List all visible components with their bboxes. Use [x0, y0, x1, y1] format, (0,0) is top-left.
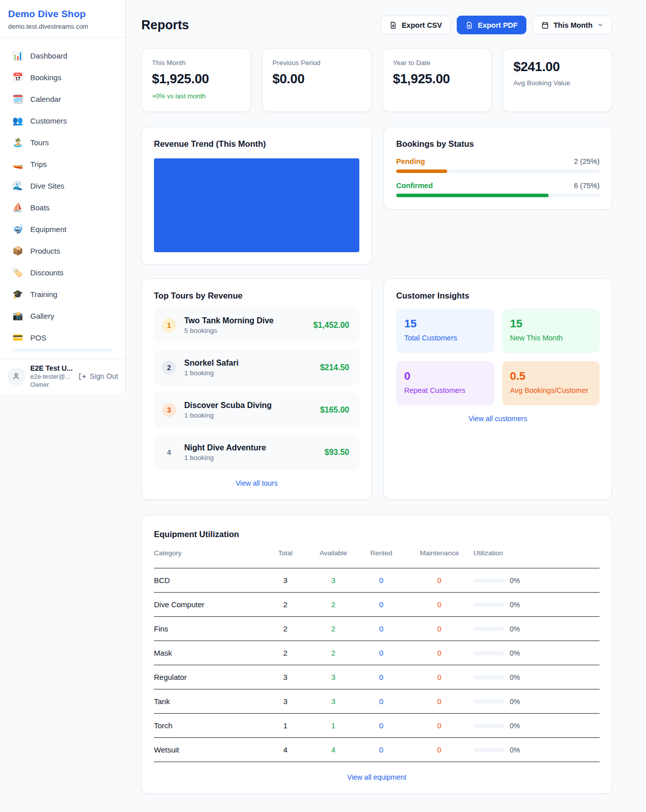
cell-category: BCD: [154, 576, 261, 585]
cell-category: Wetsuit: [154, 745, 261, 754]
cell-total: 2: [261, 649, 309, 657]
stat-card-this-month: This Month $1,925.00 +0% vs last month: [141, 48, 251, 112]
sidebar-item-pos[interactable]: 💳 POS: [6, 327, 119, 349]
cell-available: 2: [309, 624, 357, 633]
view-all-customers-link[interactable]: View all customers: [396, 415, 600, 423]
sidebar-item-bookings[interactable]: 📅 Bookings: [6, 67, 119, 88]
sidebar-item-dashboard[interactable]: 📊 Dashboard: [6, 45, 119, 67]
column-header-total: Total: [261, 549, 309, 557]
calendar-icon: 🗓️: [12, 94, 23, 104]
column-header-rented: Rented: [357, 549, 405, 557]
table-row: Tank 3 3 0 0 0%: [154, 689, 600, 714]
insight-value: 0.5: [510, 370, 592, 383]
tour-name: Two Tank Morning Dive: [184, 316, 305, 325]
stat-label: Year to Date: [393, 59, 481, 67]
export-pdf-button[interactable]: Export PDF: [457, 16, 526, 34]
equipment-utilization-title: Equipment Utilization: [154, 530, 600, 539]
rank-badge: 1: [162, 318, 176, 332]
cell-total: 3: [261, 673, 309, 681]
stat-cards-row: This Month $1,925.00 +0% vs last month P…: [141, 48, 612, 112]
sidebar-item-products[interactable]: 📦 Products: [6, 240, 119, 262]
cell-total: 2: [261, 624, 309, 633]
rank-badge: 3: [162, 403, 176, 417]
view-all-tours-link[interactable]: View all tours: [154, 479, 359, 487]
person-icon: [12, 372, 21, 381]
utilization-bar: [473, 651, 504, 655]
dive-sites-icon: 🌊: [12, 181, 23, 191]
table-row: Fins 2 2 0 0 0%: [154, 617, 600, 641]
sidebar-item-gallery[interactable]: 📸 Gallery: [6, 305, 119, 327]
discounts-icon: 🏷️: [12, 267, 23, 278]
insight-grid: 15 Total Customers 15 New This Month 0 R…: [396, 309, 600, 405]
sidebar-item-equipment[interactable]: 🤿 Equipment: [6, 218, 119, 240]
sidebar-item-label: Customers: [30, 117, 67, 125]
period-dropdown[interactable]: This Month: [532, 16, 612, 34]
cell-utilization: 0%: [473, 601, 600, 609]
boats-icon: ⛵: [12, 202, 23, 213]
page-header: Reports Export CSV Export PDF This Month: [141, 16, 612, 34]
tour-row: 4 Night Dive Adventure 1 booking $93.50: [154, 435, 359, 470]
sidebar-item-tours[interactable]: 🏝️ Tours: [6, 132, 119, 153]
tour-row: 2 Snorkel Safari 1 booking $214.50: [154, 350, 359, 385]
cell-available: 1: [309, 721, 357, 730]
shop-domain: demo.test.divestreams.com: [8, 23, 117, 30]
cell-available: 3: [309, 576, 357, 585]
utilization-bar: [473, 603, 504, 607]
sidebar-nav: 📊 Dashboard 📅 Bookings 🗓️ Calendar 👥 Cus…: [0, 38, 125, 359]
sidebar-item-discounts[interactable]: 🏷️ Discounts: [6, 262, 119, 283]
stat-value: $0.00: [273, 71, 361, 87]
sidebar-item-boats[interactable]: ⛵ Boats: [6, 197, 119, 218]
cell-category: Dive Computer: [154, 600, 261, 609]
cell-category: Tank: [154, 697, 261, 706]
stat-value: $1,925.00: [393, 71, 481, 87]
customer-insights-title: Customer Insights: [396, 291, 600, 301]
sign-out-button[interactable]: Sign Out: [78, 372, 118, 381]
status-row-confirmed: Confirmed 6 (75%): [396, 182, 600, 197]
cell-category: Torch: [154, 721, 261, 730]
cell-maintenance: 0: [405, 745, 473, 754]
utilization-percent: 0%: [510, 746, 520, 754]
tour-name: Discover Scuba Diving: [184, 401, 312, 410]
insight-tile-avg-bookings: 0.5 Avg Bookings/Customer: [502, 361, 600, 405]
utilization-bar: [473, 627, 504, 631]
top-tours-title: Top Tours by Revenue: [154, 291, 359, 301]
cell-rented: 0: [357, 745, 405, 754]
cell-rented: 0: [357, 721, 405, 730]
sidebar-item-trips[interactable]: 🚤 Trips: [6, 153, 119, 175]
view-all-equipment-link[interactable]: View all equipment: [154, 773, 600, 781]
insight-value: 15: [510, 317, 592, 330]
tour-revenue: $165.00: [320, 405, 349, 415]
sidebar-item-customers[interactable]: 👥 Customers: [6, 110, 119, 132]
sidebar-item-dive-sites[interactable]: 🌊 Dive Sites: [6, 175, 119, 197]
cell-total: 1: [261, 721, 309, 730]
cell-utilization: 0%: [473, 673, 600, 681]
progress-track: [396, 169, 600, 173]
cell-utilization: 0%: [473, 722, 600, 730]
table-row: Regulator 3 3 0 0 0%: [154, 665, 600, 689]
sidebar-item-partial-highlight[interactable]: [12, 349, 113, 352]
stat-label: This Month: [152, 59, 240, 67]
export-csv-button[interactable]: Export CSV: [381, 16, 451, 34]
cell-available: 4: [309, 745, 357, 754]
stat-label: Previous Period: [273, 59, 361, 67]
tour-row: 1 Two Tank Morning Dive 5 bookings $1,45…: [154, 308, 359, 343]
progress-fill-confirmed: [396, 194, 549, 197]
tour-revenue: $93.50: [325, 448, 349, 457]
page-title: Reports: [141, 18, 189, 32]
export-csv-label: Export CSV: [402, 21, 442, 29]
brand-block: Demo Dive Shop demo.test.divestreams.com: [0, 0, 125, 38]
cell-maintenance: 0: [405, 576, 473, 585]
revenue-trend-chart: [154, 158, 359, 252]
sidebar-item-label: Dashboard: [30, 51, 67, 60]
avatar: [7, 367, 25, 385]
lists-row: Top Tours by Revenue 1 Two Tank Morning …: [141, 278, 612, 500]
tour-name: Night Dive Adventure: [184, 443, 316, 452]
tour-bookings: 1 booking: [184, 369, 312, 377]
cell-utilization: 0%: [473, 698, 600, 706]
sidebar-item-training[interactable]: 🎓 Training: [6, 283, 119, 305]
stat-value: $241.00: [513, 59, 602, 75]
tour-revenue: $214.50: [320, 363, 349, 372]
sidebar-item-calendar[interactable]: 🗓️ Calendar: [6, 88, 119, 110]
utilization-percent: 0%: [510, 576, 520, 585]
cell-maintenance: 0: [405, 673, 473, 681]
